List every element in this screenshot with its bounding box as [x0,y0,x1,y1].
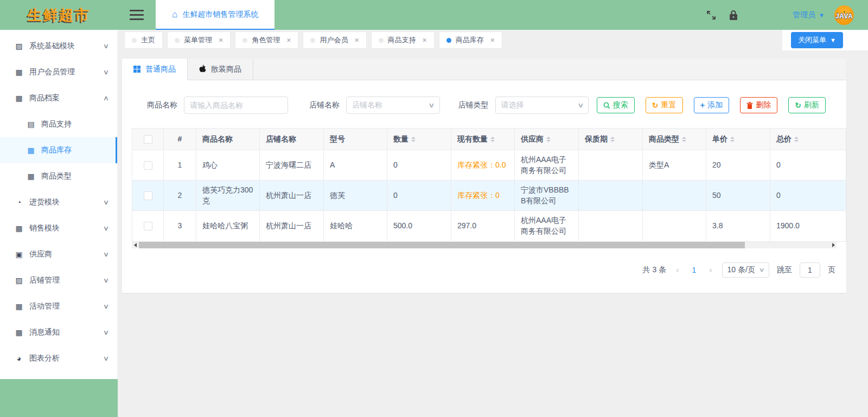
cell-model: 娃哈哈 [324,211,387,241]
shop-type-select[interactable]: 请选择∨ [495,97,589,114]
column-header: 数量 [387,129,451,150]
sort-icon[interactable] [411,137,416,142]
sort-icon[interactable] [610,137,615,142]
sidebar-item-purchase[interactable]: ◔进货模块∨ [0,189,117,215]
cell-value: 库存紧张：0 [457,191,500,200]
cell-name: 鸡心 [196,150,260,181]
cell-value: 0 [393,191,398,200]
chart-icon: ▨ [13,276,25,285]
sort-icon[interactable] [730,137,735,142]
sort-icon[interactable] [794,137,799,142]
cell-model: A [324,150,387,181]
cell-value: 德芙巧克力300克 [202,185,253,205]
user-menu[interactable]: 管理员 ▼ [793,10,825,20]
sidebar-item-label: 供应商 [29,249,52,259]
scroll-right-icon[interactable] [830,242,837,248]
box-icon: ▣ [13,250,25,259]
sidebar-item-label: 系统基础模块 [29,41,75,51]
tab-chip-1[interactable]: 菜单管理× [167,31,231,49]
cell-qty: 0 [387,181,451,211]
refresh-button[interactable]: ↻刷新 [788,97,826,113]
system-title: 生鲜超市销售管理系统 [182,10,258,20]
tab-bulk-goods[interactable]: 散装商品 [188,59,253,80]
cell-value: 297.0 [457,221,476,230]
column-header: 商品名称 [196,129,260,150]
close-menu-button[interactable]: 关闭菜单 ▼ [791,32,843,48]
horizontal-scrollbar[interactable] [132,242,837,248]
home-nav-tab[interactable]: ⌂ 生鲜超市销售管理系统 [156,0,275,30]
reset-button[interactable]: ↻重置 [646,97,683,113]
close-icon[interactable]: × [423,36,427,44]
cell-value: 0 [776,191,781,200]
column-label: 数量 [393,134,409,143]
sidebar-item-goods-support[interactable]: ▤商品支持 [0,111,117,137]
tab-status-dot-icon [242,38,247,43]
cell-value: 德芙 [330,191,345,200]
prev-page-icon[interactable]: ‹ [674,265,681,275]
chevron-up-icon: ∧ [103,94,109,102]
trash-icon [746,102,753,109]
sort-icon[interactable] [682,137,686,142]
scroll-left-icon[interactable] [132,242,138,248]
checkbox[interactable] [144,161,152,170]
close-icon[interactable]: × [490,36,495,44]
grid-icon: ▦ [25,146,37,155]
sidebar-item-goods-type[interactable]: ▦商品类型 [0,163,117,189]
cell-supplier: 宁波市VBBBBB有限公司 [515,181,579,211]
next-page-icon[interactable]: › [707,265,714,275]
cell-index: 2 [164,181,196,211]
column-header: 保质期 [579,129,643,150]
sidebar-item-shop-manage[interactable]: ▨店铺管理∨ [0,267,117,293]
chevron-down-icon: ▼ [830,37,836,43]
sort-icon[interactable] [546,137,551,142]
column-header: 商品类型 [643,129,706,150]
sidebar-item-user-member[interactable]: ▦用户会员管理∨ [0,59,117,85]
jump-page-input[interactable] [800,262,820,278]
tab-normal-goods[interactable]: 普通商品 [122,59,188,80]
shop-name-select[interactable]: 店铺名称∨ [346,97,440,114]
lock-icon[interactable] [729,10,738,21]
search-button[interactable]: 搜索 [597,97,635,113]
tab-chip-5[interactable]: 商品库存× [439,31,502,49]
fullscreen-icon[interactable] [706,10,717,21]
sidebar-item-chart-analysis[interactable]: ◕图表分析∨ [0,345,117,371]
cell-value: 50 [712,191,721,200]
chevron-down-icon: ▼ [819,12,825,18]
close-icon[interactable]: × [286,36,291,44]
cell-value: 娃哈哈 [330,221,353,230]
sidebar-item-goods-stock[interactable]: ▦商品库存 [0,137,117,163]
table-row[interactable]: 2德芙巧克力300克杭州萧山一店德芙0库存紧张：0宁波市VBBBBB有限公司50… [132,181,846,211]
total-count: 共 3 条 [643,265,667,275]
home-icon: ⌂ [172,10,177,19]
scrollbar-thumb[interactable] [139,242,745,248]
hamburger-menu-icon[interactable] [130,7,144,23]
sidebar-menu: ▨系统基础模块∨▦用户会员管理∨▦商品档案∧▤商品支持▦商品库存▦商品类型◔进货… [0,30,118,379]
sidebar-item-sales[interactable]: ▦销售模块∨ [0,215,117,241]
checkbox[interactable] [144,222,152,230]
jump-label: 跳至 [777,265,792,275]
table-row[interactable]: 1鸡心宁波海曙二店A0库存紧张：0.0杭州AAA电子商务有限公司类型A200 [132,150,846,181]
tab-chip-3[interactable]: 用户会员× [303,31,366,49]
tab-chip-4[interactable]: 商品支持× [371,31,435,49]
delete-button[interactable]: 删除 [740,97,777,113]
checkbox[interactable] [144,191,152,200]
sidebar-item-message[interactable]: ▦消息通知∨ [0,319,117,345]
page-size-select[interactable]: 10 条/页 ∨ [722,262,769,278]
avatar[interactable]: ● JAVA [834,5,854,25]
checkbox[interactable] [144,135,152,144]
tab-chip-2[interactable]: 角色管理× [235,31,298,49]
add-button[interactable]: +添加 [694,97,730,113]
chevron-down-icon: ∨ [103,198,109,206]
sidebar-item-system-base[interactable]: ▨系统基础模块∨ [0,33,117,59]
tab-chip-home[interactable]: 主页 [124,31,163,49]
sort-icon[interactable] [490,137,495,142]
close-icon[interactable]: × [219,36,223,44]
close-icon[interactable]: × [354,36,359,44]
table-row[interactable]: 3娃哈哈八宝粥杭州萧山一店娃哈哈500.0297.0杭州AAA电子商务有限公司3… [132,211,846,241]
current-page[interactable]: 1 [688,266,699,274]
column-label: 总价 [776,134,792,143]
goods-name-input[interactable] [184,97,288,114]
sidebar-item-activity[interactable]: ▦活动管理∨ [0,293,117,319]
sidebar-item-goods-archive[interactable]: ▦商品档案∧ [0,85,117,111]
sidebar-item-supplier[interactable]: ▣供应商∨ [0,241,117,267]
